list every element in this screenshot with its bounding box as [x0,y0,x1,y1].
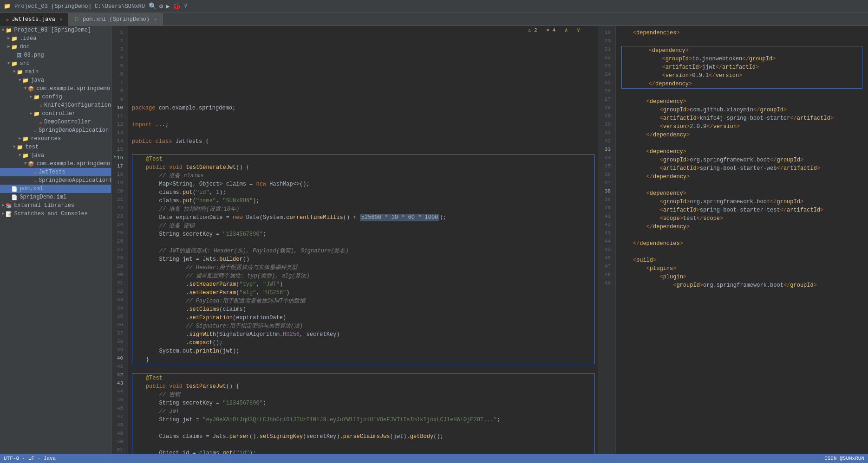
arrow-controller: ► [30,111,32,116]
arrow-resources: ► [19,136,21,141]
sidebar: ▼ 📁 Project_03 [SpringDemo] ► 📁 .idea ► … [0,26,111,454]
sidebar-item-doc[interactable]: ► 📁 doc [0,43,111,51]
sidebar-item-idea[interactable]: ► 📁 .idea [0,34,111,43]
sidebar-png-label: 03.png [24,52,44,58]
arrow-jwttests [30,170,32,174]
sidebar-item-springdemoixml[interactable]: 📄 SpringDemo.iml [0,193,111,201]
sidebar-pkg-main-label: com.example.springdemo [36,85,110,92]
pkg-icon-main: 📦 [28,86,34,92]
xml-content[interactable]: 19 20 21 22 23 24 25 26 27 28 29 30 31 3… [599,26,868,454]
xml-line-49: <groupId>org.springframework.boot</group… [620,281,864,289]
xml-line-24: <version>0.9.1</version> [622,71,862,80]
code-line-51: Object id = claims.get("id"); [132,449,594,454]
sidebar-java-main-label: java [31,77,44,84]
debug-icon[interactable]: 🐞 [173,2,181,10]
sidebar-item-pkg-main[interactable]: ▼ 📦 com.example.springdemo [0,84,111,93]
xml-ln-34: 34 [601,154,613,162]
editor-content[interactable]: 1 2 3 4 5 6 7 8 9 10 11 12 13 14 15 16▶ [111,26,599,454]
ln-15: 15 [113,146,126,154]
sidebar-item-png[interactable]: 🖼 03.png [0,51,111,59]
ln-33: 33 [113,296,126,304]
xml-line-46: <build> [620,256,864,264]
file-icon-png: 🖼 [17,52,22,58]
code-line-41 [132,365,595,373]
sidebar-item-controller[interactable]: ► 📁 controller [0,109,111,118]
sidebar-item-pomxml[interactable]: 📄 pom.xml [0,185,111,193]
main-layout: ▼ 📁 Project_03 [SpringDemo] ► 📁 .idea ► … [0,26,868,454]
arrow-external-libs: ► [2,203,4,208]
sidebar-item-scratches[interactable]: ► 📝 Scratches and Consoles [0,210,111,218]
code-line-32: .setHeaderParam("alg", "HS256") [132,289,594,297]
code-line-25: String secretKey = "1234567890"; [132,230,594,238]
xml-line-31: </dependency> [620,131,864,139]
sidebar-item-springdemoapp[interactable]: ☕ SpringDemoApplication [0,126,111,135]
xml-ln-27: 27 [601,96,613,104]
sidebar-item-project[interactable]: ▼ 📁 Project_03 [SpringDemo] [0,26,111,34]
sidebar-item-java-test[interactable]: ▼ 📁 java [0,151,111,160]
line-numbers: 1 2 3 4 5 6 7 8 9 10 11 12 13 14 15 16▶ [111,26,128,454]
sidebar-item-config[interactable]: ► 📁 config [0,93,111,101]
ln-3: 3 [113,45,126,54]
xml-ln-25: 25 [601,79,613,87]
code-line-15 [132,146,595,154]
sidebar-item-test[interactable]: ▼ 📁 test [0,143,111,151]
sidebar-item-main[interactable]: ▼ 📁 main [0,68,111,76]
sidebar-item-democontroller[interactable]: ☕ DemoController [0,118,111,126]
xml-code-content[interactable]: <dependencies> <dependency> <groupId>io.… [616,26,868,454]
search-icon[interactable]: 🔍 [149,2,157,10]
sidebar-jwttests-label: JwtTests [39,169,65,175]
project-icon: 📁 [4,3,11,10]
xml-file-icon: 🗋 [74,16,80,23]
ln-37: 37 [113,329,126,338]
ln-36: 36 [113,321,126,329]
xml-ln-43: 43 [601,229,613,238]
sidebar-item-springdemoapptests[interactable]: ☕ SpringDemoApplicationTests [0,176,111,185]
tab-jwt[interactable]: ☕ JwtTests.java ✕ [0,13,69,26]
tab-pom[interactable]: 🗋 pom.xml (SpringDemo) ✕ [69,13,163,26]
xml-line-47: <plugins> [620,264,864,273]
xml-line-21: <dependency> [622,46,862,55]
code-line-40: } [132,355,594,364]
sidebar-item-external-libs[interactable]: ► 📚 External Libraries [0,201,111,210]
xml-ln-24: 24 [601,71,613,79]
tab-jwt-close[interactable]: ✕ [60,17,63,22]
settings-icon[interactable]: ⚙ [159,2,163,10]
content-area: ⚠ 2 ✕ 4 ∧ ∨ 1 2 3 4 5 6 7 8 9 10 11 12 [111,26,868,454]
sidebar-item-pkg-test[interactable]: ▼ 📦 com.example.springdemo [0,160,111,168]
code-line-42: @Test [132,374,594,382]
ln-46: 46 [113,405,126,413]
arrow-pkg-main: ▼ [24,86,26,91]
xml-ln-39: 39 [601,196,613,204]
sidebar-item-knife4j[interactable]: ☕ Knife4jConfiguration [0,101,111,109]
folder-icon-doc: 📁 [11,44,18,50]
editor-panel: ⚠ 2 ✕ 4 ∧ ∨ 1 2 3 4 5 6 7 8 9 10 11 12 [111,26,599,454]
status-right: CSDN @SUNxRUN [824,456,864,461]
git-icon[interactable]: ⑂ [183,2,187,10]
tab-pom-close[interactable]: ✕ [154,17,157,22]
xml-ln-28: 28 [601,104,613,112]
arrow-java-main: ▼ [19,78,21,83]
ln-31: 31 [113,279,126,288]
xml-ln-36: 36 [601,171,613,179]
xml-ln-32: 32 [601,137,613,146]
ln-30: 30 [113,271,126,279]
sidebar-doc-label: doc [20,44,30,50]
run-icon[interactable]: ▶ [166,2,170,10]
ln-38: 38 [113,338,126,346]
sidebar-item-java-main[interactable]: ▼ 📁 java [0,76,111,84]
sidebar-item-resources[interactable]: ► 📁 resources [0,135,111,143]
tab-bar: ☕ JwtTests.java ✕ 🗋 pom.xml (SpringDemo)… [0,13,868,26]
xml-line-36: </dependency> [620,173,864,181]
folder-icon-resources: 📁 [22,136,29,142]
status-bar: UTF-8 · LF · Java CSDN @SUNxRUN [0,454,868,463]
folder-icon-java-main: 📁 [22,77,29,84]
ln-50: 50 [113,438,126,446]
sidebar-item-src[interactable]: ▼ 📁 src [0,59,111,68]
code-line-35: .setExpiration(expirationDate) [132,314,594,322]
sidebar-item-jwttests[interactable]: ☕ JwtTests [0,168,111,176]
code-content[interactable]: package com.example.springdemo; import .… [128,26,599,454]
code-line-8 [132,87,595,96]
code-line-37: .signWith(SignatureAlgorithm.HS256, secr… [132,330,594,339]
code-line-50 [132,441,594,449]
arrow-democontroller [35,120,38,124]
